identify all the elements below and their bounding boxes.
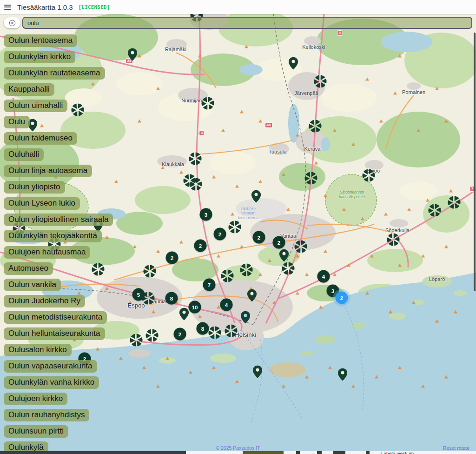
map-attribution: © 2025 Paxsudos IT <box>216 445 260 451</box>
cluster-marker[interactable]: 2 <box>194 240 207 252</box>
suggestion-item[interactable]: Oulun Judokerho Ry <box>4 295 85 307</box>
suggestion-item[interactable]: Oulun helluntaiseurakunta <box>4 327 105 340</box>
triangle-symbol <box>444 245 448 248</box>
suggestion-item[interactable]: Oulunkylän kirkko <box>4 51 75 63</box>
suggestion-item[interactable]: Oulun uimahalli <box>4 100 67 112</box>
triangle-symbol <box>421 254 425 258</box>
triangle-symbol <box>398 264 402 267</box>
city-label: Järvenpää <box>294 90 318 96</box>
cluster-marker[interactable]: 8 <box>165 292 178 305</box>
triangle-symbol <box>152 310 155 314</box>
cluster-marker[interactable]: 7 <box>203 279 216 291</box>
pin-marker[interactable] <box>288 57 299 72</box>
pin-marker[interactable] <box>251 190 262 205</box>
camera-marker[interactable] <box>313 74 327 90</box>
taskbar-item-icon <box>333 451 345 454</box>
suggestion-item[interactable]: Oulun yliopistollinen sairaala <box>4 214 113 226</box>
cluster-marker[interactable]: 10 <box>189 301 201 314</box>
camera-marker[interactable] <box>201 96 215 112</box>
pin-marker[interactable] <box>337 368 348 383</box>
city-label: Tuusula <box>269 149 287 154</box>
triangle-symbol <box>258 120 262 123</box>
camera-marker[interactable] <box>447 195 461 211</box>
triangle-symbol <box>198 315 202 318</box>
camera-marker[interactable] <box>239 263 253 279</box>
camera-marker[interactable] <box>143 264 157 280</box>
camera-marker[interactable] <box>386 233 400 248</box>
suggestion-item[interactable]: Oulusalon kirkko <box>4 344 72 356</box>
camera-marker[interactable] <box>362 168 376 184</box>
cluster-marker[interactable]: 2 <box>214 228 226 240</box>
cluster-marker[interactable]: 4 <box>220 299 233 311</box>
triangle-symbol <box>407 208 411 211</box>
suggestion-item[interactable]: Oulun rauhanyhdistys <box>4 409 89 421</box>
camera-aperture-icon <box>224 324 238 338</box>
area-label: Sipoonkorven kansallispuisto <box>339 190 364 199</box>
camera-aperture-icon <box>143 264 157 278</box>
suggestion-item[interactable]: Kauppahalli <box>4 83 54 96</box>
triangle-symbol <box>296 292 299 295</box>
suggestion-item[interactable]: Oulun taidemuseo <box>4 132 77 145</box>
camera-marker[interactable] <box>428 203 442 219</box>
suggestion-item[interactable]: Oulun yliopisto <box>4 181 65 194</box>
camera-marker[interactable] <box>228 220 242 236</box>
taskbar-item-icon <box>366 451 370 454</box>
camera-aperture-icon <box>189 177 203 191</box>
camera-marker[interactable] <box>308 119 322 135</box>
suggestion-item[interactable]: Oulun vapaaseurakunta <box>4 360 97 373</box>
city-label: Rajamäki <box>165 47 186 52</box>
camera-aperture-icon <box>294 240 308 254</box>
cluster-marker[interactable]: 2 <box>273 236 285 249</box>
cluster-marker[interactable]: 2 <box>253 231 265 244</box>
camera-marker[interactable] <box>220 269 234 285</box>
triangle-symbol <box>351 385 355 388</box>
search-input[interactable] <box>22 17 472 29</box>
suggestion-item[interactable]: Oulujoen hautausmaa <box>4 246 90 259</box>
camera-marker[interactable] <box>188 152 202 167</box>
menu-icon[interactable] <box>4 5 11 10</box>
camera-marker[interactable] <box>145 328 159 344</box>
camera-marker[interactable] <box>129 333 143 349</box>
camera-marker[interactable] <box>224 324 238 340</box>
camera-marker[interactable] <box>208 326 222 341</box>
clear-search-button[interactable] <box>4 17 20 28</box>
cluster-marker[interactable]: 5 <box>132 288 145 301</box>
camera-marker[interactable] <box>294 240 308 255</box>
cluster-marker[interactable]: 2 <box>336 292 348 304</box>
pin-marker[interactable] <box>279 249 290 264</box>
city-label: Löparö <box>429 276 445 282</box>
suggestion-item[interactable]: Oulunkylän tekojääkenttä <box>4 230 102 242</box>
pin-marker[interactable] <box>252 365 263 381</box>
scrollbar-thumb[interactable] <box>474 33 476 291</box>
taskbar-item-icon <box>243 451 284 454</box>
suggestion-item[interactable]: Oulun metodistiseurakunta <box>4 311 107 324</box>
suggestion-item[interactable]: Oulunkylän vanha kirkko <box>4 376 99 389</box>
suggestion-item[interactable]: Oulu <box>4 116 30 128</box>
suggestion-item[interactable]: Oulun Lyseon lukio <box>4 197 80 210</box>
pin-marker[interactable] <box>179 307 190 323</box>
suggestion-item[interactable]: Ouluhalli <box>4 148 44 161</box>
triangle-symbol <box>328 366 332 369</box>
suggestion-item[interactable]: Oulun lentoasema <box>4 34 77 47</box>
triangle-symbol <box>365 78 369 81</box>
map-pin-icon <box>279 249 290 262</box>
triangle-symbol <box>324 194 327 197</box>
camera-marker[interactable] <box>189 177 203 193</box>
cluster-marker[interactable]: 4 <box>317 270 330 283</box>
cluster-marker[interactable]: 2 <box>166 252 178 264</box>
pin-marker[interactable] <box>247 289 258 304</box>
cluster-marker[interactable]: 2 <box>174 328 186 340</box>
cluster-marker[interactable]: 3 <box>200 208 212 221</box>
suggestion-item[interactable]: Oulunkylän rautatieasema <box>4 67 105 80</box>
cluster-marker[interactable]: 8 <box>197 322 209 335</box>
reset-rotate-button[interactable]: Reset rotate <box>443 445 469 451</box>
pin-marker[interactable] <box>127 48 138 63</box>
triangle-symbol <box>412 301 416 304</box>
pin-marker[interactable] <box>240 311 251 326</box>
suggestion-item[interactable]: Oulun vankila <box>4 279 61 291</box>
suggestion-item[interactable]: Oulun linja-autoasema <box>4 165 92 177</box>
suggestion-item[interactable]: Automuseo <box>4 262 53 275</box>
suggestion-item[interactable]: Oulujoen kirkko <box>4 393 67 405</box>
camera-marker[interactable] <box>304 171 318 187</box>
suggestion-item[interactable]: Oulunsuun pirtti <box>4 425 68 438</box>
